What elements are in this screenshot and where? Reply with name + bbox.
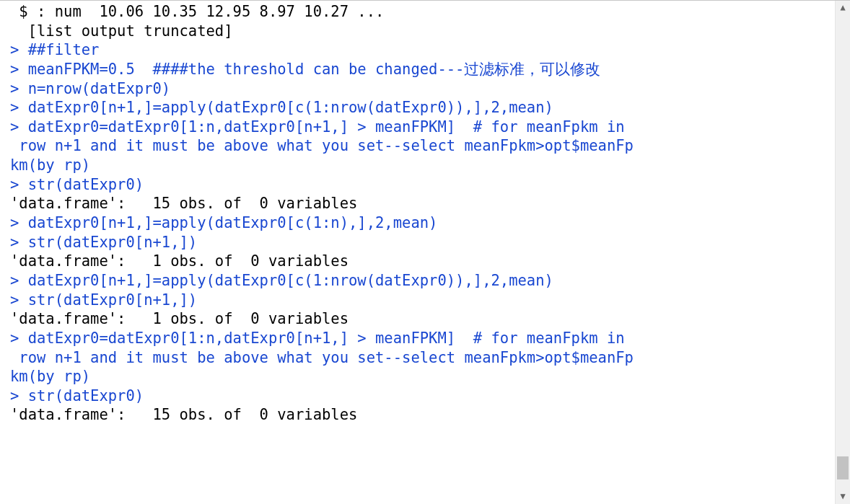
console-output-line: 'data.frame': 15 obs. of 0 variables: [10, 194, 836, 213]
prompt-symbol: >: [10, 214, 19, 231]
input-text: datExpr0[n+1,]=apply(datExpr0[c(1:nrow(d…: [19, 272, 553, 289]
scrollbar-thumb[interactable]: [837, 456, 849, 479]
console-input-line: > datExpr0[n+1,]=apply(datExpr0[c(1:nrow…: [10, 98, 836, 118]
console-input-line: > n=nrow(datExpr0): [10, 79, 836, 99]
input-text: datExpr0=datExpr0[1:n,datExpr0[n+1,] > m…: [19, 118, 624, 136]
console-output-area[interactable]: $ : num 10.06 10.35 12.95 8.97 10.27 ...…: [0, 1, 836, 504]
console-input-line: > datExpr0=datExpr0[1:n,datExpr0[n+1,] >…: [10, 118, 836, 137]
output-text: 'data.frame': 1 obs. of 0 variables: [10, 252, 349, 270]
prompt-symbol: >: [10, 234, 19, 251]
continuation-text: row n+1 and it must be above what you se…: [10, 137, 634, 154]
console-output-line: 'data.frame': 15 obs. of 0 variables: [10, 405, 836, 425]
prompt-symbol: >: [10, 99, 19, 116]
prompt-symbol: >: [10, 118, 19, 136]
output-text: 'data.frame': 15 obs. of 0 variables: [10, 195, 357, 212]
input-text: str(datExpr0): [19, 387, 144, 404]
prompt-symbol: >: [10, 41, 19, 58]
input-text: n=nrow(datExpr0): [19, 80, 170, 97]
console-input-line: > ##filter: [10, 40, 836, 60]
scroll-up-arrow-icon[interactable]: ▲: [836, 1, 850, 15]
input-text: str(datExpr0[n+1,]): [19, 234, 197, 251]
console-input-line: > datExpr0[n+1,]=apply(datExpr0[c(1:n),]…: [10, 213, 836, 233]
input-text: ##filter: [19, 41, 99, 58]
input-text: datExpr0[n+1,]=apply(datExpr0[c(1:nrow(d…: [19, 99, 553, 116]
scroll-down-arrow-icon[interactable]: ▼: [836, 490, 850, 504]
console-continuation-line: row n+1 and it must be above what you se…: [10, 348, 836, 368]
console-continuation-line: km(by rp): [10, 367, 836, 386]
prompt-symbol: >: [10, 291, 19, 309]
console-input-line: > datExpr0=datExpr0[1:n,datExpr0[n+1,] >…: [10, 329, 836, 348]
console-input-line: > str(datExpr0[n+1,]): [10, 233, 836, 252]
input-text: str(datExpr0[n+1,]): [19, 291, 197, 309]
console-output-line: 'data.frame': 1 obs. of 0 variables: [10, 309, 836, 329]
console-output-line: 'data.frame': 1 obs. of 0 variables: [10, 252, 836, 271]
prompt-symbol: >: [10, 80, 19, 97]
console-input-line: > meanFPKM=0.5 ####the threshold can be …: [10, 60, 836, 79]
prompt-symbol: >: [10, 272, 19, 289]
console-input-line: > str(datExpr0): [10, 386, 836, 406]
console-output-line: [list output truncated]: [10, 22, 836, 41]
output-text: $ : num 10.06 10.35 12.95 8.97 10.27 ...: [10, 3, 384, 20]
prompt-symbol: >: [10, 176, 19, 193]
console-input-line: > str(datExpr0[n+1,]): [10, 291, 836, 310]
console-input-line: > str(datExpr0): [10, 175, 836, 195]
continuation-text: km(by rp): [10, 368, 90, 385]
output-text: 'data.frame': 15 obs. of 0 variables: [10, 406, 357, 423]
continuation-text: km(by rp): [10, 156, 90, 174]
input-text: datExpr0[n+1,]=apply(datExpr0[c(1:n),],2…: [19, 214, 437, 231]
continuation-text: row n+1 and it must be above what you se…: [10, 349, 634, 366]
input-text: datExpr0=datExpr0[1:n,datExpr0[n+1,] > m…: [19, 330, 624, 347]
input-text: meanFPKM=0.5 ####the threshold can be ch…: [19, 61, 600, 78]
console-window: $ : num 10.06 10.35 12.95 8.97 10.27 ...…: [0, 0, 850, 504]
prompt-symbol: >: [10, 61, 19, 78]
prompt-symbol: >: [10, 387, 19, 404]
output-text: 'data.frame': 1 obs. of 0 variables: [10, 310, 349, 327]
console-output-line: $ : num 10.06 10.35 12.95 8.97 10.27 ...: [10, 2, 836, 22]
console-continuation-line: km(by rp): [10, 156, 836, 175]
console-continuation-line: row n+1 and it must be above what you se…: [10, 136, 836, 156]
prompt-symbol: >: [10, 330, 19, 347]
output-text: [list output truncated]: [10, 22, 233, 40]
input-text: str(datExpr0): [19, 176, 144, 193]
console-input-line: > datExpr0[n+1,]=apply(datExpr0[c(1:nrow…: [10, 271, 836, 291]
vertical-scrollbar[interactable]: ▲ ▼: [835, 1, 850, 504]
